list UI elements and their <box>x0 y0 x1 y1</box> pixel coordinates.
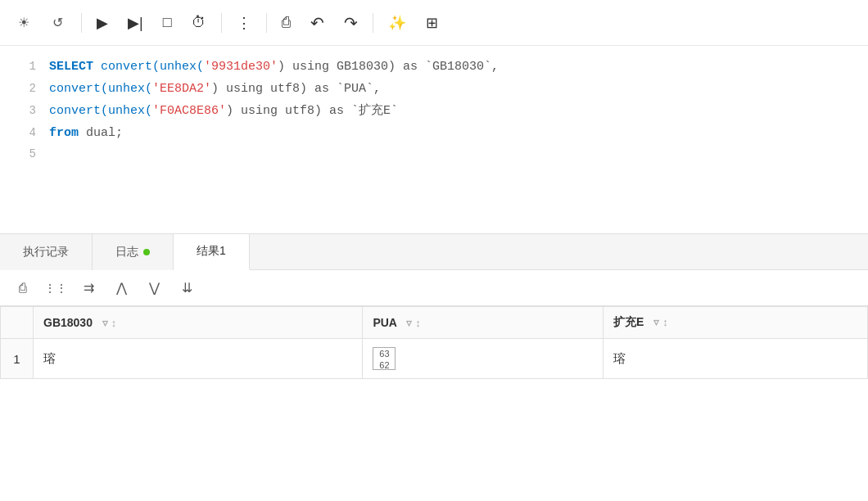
line-number-5: 5 <box>7 144 36 165</box>
code-token: unhex( <box>160 60 204 74</box>
results-up-button[interactable]: ⋀ <box>108 275 134 301</box>
results-up-icon: ⋀ <box>116 280 127 296</box>
unknown-char-icon: 6362 <box>373 347 396 370</box>
submit-icon: ☀ <box>18 15 29 30</box>
stop-button[interactable]: □ <box>155 9 180 36</box>
tab-exec[interactable]: 执行记录 <box>0 234 93 270</box>
code-token: SELECT <box>49 60 93 74</box>
table-row-1: 1瑢6362瑢 <box>1 339 868 379</box>
filter-icon-GB18030[interactable]: ▿ <box>102 317 108 329</box>
tab-label-exec: 执行记录 <box>23 245 69 260</box>
line-number-2: 2 <box>7 79 36 99</box>
export-button[interactable]: ⎙ <box>274 9 299 36</box>
code-token: unhex( <box>108 82 152 96</box>
col-header-PUA: PUA ▿ ↕ <box>363 307 604 339</box>
divider-3 <box>266 13 267 33</box>
rollback-icon: ↺ <box>52 15 63 30</box>
tab-log[interactable]: 日志 <box>93 234 174 270</box>
code-token: convert( <box>49 82 108 96</box>
step-button[interactable]: ▶| <box>120 9 151 37</box>
tab-label-log: 日志 <box>115 245 138 260</box>
font-button[interactable] <box>842 18 858 28</box>
divider-4 <box>373 13 373 33</box>
sort-icon-PUA[interactable]: ↕ <box>415 317 421 329</box>
tab-result1[interactable]: 结果1 <box>174 234 250 270</box>
rollback-button[interactable]: ↺ <box>44 10 75 35</box>
code-token: 'F0AC8E86' <box>152 104 226 118</box>
format-button[interactable]: ⋮ <box>228 9 260 37</box>
grid-icon: ⊞ <box>426 14 438 32</box>
code-token: dual; <box>79 126 123 140</box>
line-number-3: 3 <box>7 101 36 121</box>
export-icon: ⎙ <box>282 14 291 31</box>
results-down-icon: ⋁ <box>149 280 160 296</box>
results-first-icon: ⇉ <box>84 280 94 296</box>
code-line-3: 3convert(unhex('F0AC8E86') using utf8) a… <box>0 100 868 122</box>
code-token: unhex( <box>108 104 152 118</box>
code-line-5: 5 <box>0 144 868 165</box>
code-editor[interactable]: 1SELECT convert(unhex('9931de30') using … <box>0 46 868 234</box>
results-format-button[interactable]: ⋮⋮ <box>43 275 69 301</box>
magic-button[interactable]: ✨ <box>380 9 414 37</box>
cell-PUA-1: 6362 <box>363 339 604 379</box>
timer-icon: ⏱ <box>192 14 206 31</box>
line-content-1[interactable]: SELECT convert(unhex('9931de30') using G… <box>49 56 861 78</box>
col-header-rownum <box>1 307 34 339</box>
code-line-2: 2convert(unhex('EE8DA2') using utf8) as … <box>0 78 868 100</box>
filter-icon-PUA[interactable]: ▿ <box>406 317 412 329</box>
code-token: from <box>49 126 79 140</box>
line-number-4: 4 <box>7 123 36 143</box>
undo-icon: ↶ <box>310 13 324 33</box>
sort-icon-GB18030[interactable]: ↕ <box>111 317 117 329</box>
results-last-icon: ⇊ <box>182 280 192 296</box>
line-number-1: 1 <box>7 56 36 77</box>
cell-GB18030-1: 瑢 <box>34 339 363 379</box>
line-content-2[interactable]: convert(unhex('EE8DA2') using utf8) as `… <box>49 78 861 100</box>
results-toolbar: ⎙ ⋮⋮ ⇉ ⋀ ⋁ ⇊ <box>0 270 868 306</box>
col-actions-GB18030[interactable]: ▿ ↕ <box>102 317 117 329</box>
line-content-3[interactable]: convert(unhex('F0AC8E86') using utf8) as… <box>49 100 861 122</box>
code-token: ) using utf8) as `扩充E` <box>226 104 398 118</box>
results-table-wrapper: GB18030 ▿ ↕ PUA ▿ ↕ 扩充E ▿ <box>0 306 868 379</box>
results-down-button[interactable]: ⋁ <box>141 275 167 301</box>
divider-1 <box>81 13 82 33</box>
tabs-bar: 执行记录日志结果1 <box>0 234 868 270</box>
col-actions-PUA[interactable]: ▿ ↕ <box>406 317 421 329</box>
table-header-row: GB18030 ▿ ↕ PUA ▿ ↕ 扩充E ▿ <box>1 307 868 339</box>
main-toolbar: ☀ ↺ ▶ ▶| □ ⏱ ⋮ ⎙ ↶ ↷ ✨ ⊞ <box>0 0 868 46</box>
run-button[interactable]: ▶ <box>88 9 116 37</box>
divider-2 <box>221 13 222 33</box>
code-token: ) using GB18030) as `GB18030`, <box>278 60 499 74</box>
step-icon: ▶| <box>128 14 143 32</box>
grid-button[interactable]: ⊞ <box>418 9 446 37</box>
code-token: 'EE8DA2' <box>152 82 211 96</box>
line-content-4[interactable]: from dual; <box>49 122 861 144</box>
cell-rownum-1: 1 <box>1 339 34 379</box>
submit-button[interactable]: ☀ <box>10 10 41 35</box>
sort-icon-ext[interactable]: ↕ <box>662 316 668 328</box>
code-token: convert( <box>49 104 108 118</box>
redo-icon: ↷ <box>344 13 358 33</box>
results-last-button[interactable]: ⇊ <box>174 275 200 301</box>
results-table: GB18030 ▿ ↕ PUA ▿ ↕ 扩充E ▿ <box>0 306 868 379</box>
filter-icon-ext[interactable]: ▿ <box>653 316 659 328</box>
code-line-4: 4from dual; <box>0 122 868 144</box>
col-header-GB18030: GB18030 ▿ ↕ <box>34 307 363 339</box>
results-export-button[interactable]: ⎙ <box>10 275 36 301</box>
stop-icon: □ <box>163 14 172 31</box>
results-format-icon: ⋮⋮ <box>44 282 67 295</box>
cell-ext-1: 瑢 <box>604 339 868 379</box>
redo-button[interactable]: ↷ <box>336 8 366 38</box>
format-icon: ⋮ <box>237 14 251 32</box>
results-first-button[interactable]: ⇉ <box>75 275 102 301</box>
timer-button[interactable]: ⏱ <box>183 9 215 36</box>
col-header-ext: 扩充E ▿ ↕ <box>604 307 868 339</box>
magic-icon: ✨ <box>388 14 406 32</box>
code-line-1: 1SELECT convert(unhex('9931de30') using … <box>0 56 868 78</box>
run-icon: ▶ <box>97 14 108 32</box>
tab-label-result1: 结果1 <box>197 244 226 259</box>
code-token: '9931de30' <box>204 60 278 74</box>
undo-button[interactable]: ↶ <box>302 8 332 38</box>
code-token: convert( <box>93 60 160 74</box>
col-actions-ext[interactable]: ▿ ↕ <box>653 316 668 328</box>
